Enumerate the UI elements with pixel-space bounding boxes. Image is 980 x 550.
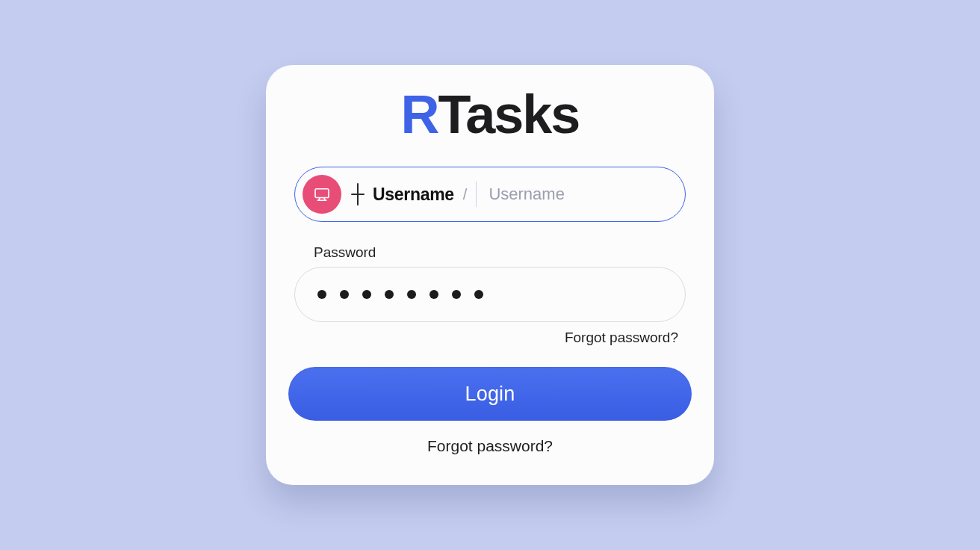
forgot-password-link-center[interactable]: Forgot password?	[427, 437, 553, 454]
password-dot	[474, 290, 483, 299]
brand-logo: RTasks	[288, 87, 692, 141]
password-field[interactable]	[294, 267, 686, 322]
text-cursor-icon	[476, 182, 477, 207]
password-dot	[362, 290, 371, 299]
password-dot	[407, 290, 416, 299]
username-label: Username	[373, 185, 454, 205]
svg-rect-0	[315, 189, 329, 198]
username-field[interactable]: Username /	[294, 167, 686, 222]
login-card: RTasks Username / Password Forgot	[266, 65, 714, 485]
brand-prefix: R	[401, 87, 438, 141]
password-label: Password	[314, 244, 686, 261]
password-dot	[340, 290, 349, 299]
password-dot	[385, 290, 394, 299]
password-block: Password Forgot password?	[294, 244, 686, 346]
brand-name: Tasks	[438, 87, 580, 141]
login-button[interactable]: Login	[288, 367, 692, 421]
forgot-password-link-inline[interactable]: Forgot password?	[565, 330, 678, 345]
plus-icon	[349, 183, 367, 206]
password-dot	[452, 290, 461, 299]
user-avatar-icon	[303, 175, 341, 214]
username-input[interactable]	[487, 184, 670, 205]
password-dot	[429, 290, 438, 299]
username-separator: /	[463, 186, 468, 203]
password-dot	[317, 290, 326, 299]
